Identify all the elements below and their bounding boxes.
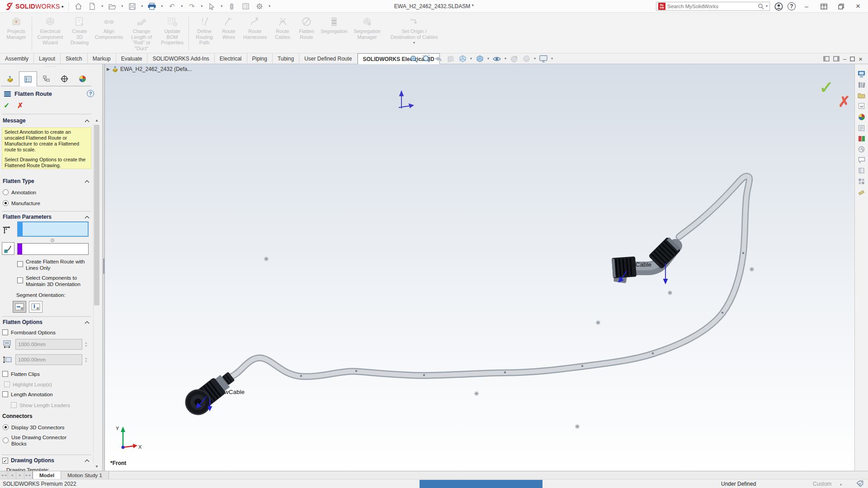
tab-scroll-last-icon[interactable]: ►► [24,471,33,479]
library-book-icon[interactable] [858,167,865,174]
redo-icon[interactable]: ↷ [187,2,197,11]
previous-view-icon[interactable] [434,54,443,63]
scrollbar-down-icon[interactable]: ▼ [93,463,100,470]
panel-resize-grip[interactable]: ····· [40,64,62,69]
display-3d-connectors-label[interactable]: Display 3D Connectors [11,424,65,431]
change-length-button[interactable]: Change Length of "Rail" or "Duct" [125,14,158,52]
new-document-caret-icon[interactable]: ▾ [101,5,103,8]
flatten-parameters-section-header[interactable]: Flatten Parameters [3,214,90,220]
print-icon[interactable] [147,2,157,11]
panel-help-icon[interactable]: ? [87,90,94,97]
drawing-options-label[interactable]: Drawing Options [11,457,54,464]
cable-label-upper[interactable]: EwCable [627,261,651,268]
message-section-header[interactable]: Message [3,117,90,124]
redo-caret-icon[interactable]: ▾ [201,5,203,8]
settings-caret-icon[interactable]: ▾ [269,5,270,8]
electrical-manager-icon[interactable] [858,136,865,142]
drawing-connector-blocks-label[interactable]: Use Drawing Connector Blocks [11,434,79,447]
status-units-caret-icon[interactable]: ▴ [840,483,842,486]
tab-scroll-next-icon[interactable]: ► [16,471,24,479]
select-caret-icon[interactable]: ▾ [221,5,222,8]
update-bom-properties-button[interactable]: Update BOM Properties [158,14,187,52]
flatten-clips-label[interactable]: Flatten Clips [11,371,40,377]
doc-restore-icon[interactable] [850,56,855,61]
print-caret-icon[interactable]: ▾ [161,5,163,8]
tab-markup[interactable]: Markup [88,53,116,64]
undo-caret-icon[interactable]: ▾ [181,5,183,8]
hide-show-items-icon[interactable] [492,54,501,63]
undo-icon[interactable]: ↶ [167,2,177,11]
custom-properties-icon[interactable] [858,125,865,131]
tab-scroll-prev-icon[interactable]: ◄ [8,471,16,479]
doc-minimize-icon[interactable]: – [843,56,846,62]
display-style-caret-icon[interactable]: ▾ [487,57,489,61]
scrollbar-up-icon[interactable]: ▲ [93,117,100,124]
model-tab[interactable]: Model [33,471,61,479]
search-caret-icon[interactable]: ▾ [766,5,768,8]
length-annotation-label[interactable]: Length Annotation [11,391,53,398]
annotation-radio-label[interactable]: Annotation [11,189,36,196]
status-tag-icon[interactable] [856,480,863,487]
tab-piping[interactable]: Piping [247,53,273,64]
tab-solidworks-add-ins[interactable]: SOLIDWORKS Add-Ins [147,53,214,64]
dock-pane-right-icon[interactable] [833,56,840,61]
flatten-type-section-header[interactable]: Flatten Type [3,178,90,184]
maintain-3d-checkbox-label[interactable]: Select Components to Maintain 3D Orienta… [26,275,90,287]
manufacture-radio-label[interactable]: Manufacture [11,200,40,206]
view-settings-caret-icon[interactable]: ▾ [551,57,553,61]
hide-show-caret-icon[interactable]: ▾ [505,57,506,61]
brand-expand-arrow-icon[interactable]: ▸ [62,4,64,9]
display-style-icon[interactable] [475,54,484,63]
formboard-height-field[interactable] [15,354,82,365]
design-library-icon[interactable] [858,81,865,88]
route-wires-button[interactable]: Route Wires [218,14,240,52]
process-manager-icon[interactable] [858,178,865,185]
search-input[interactable] [667,4,756,9]
apply-scene-caret-icon[interactable]: ▾ [534,57,536,61]
bend-radius-selection-field[interactable] [17,243,89,255]
measure-tools-icon[interactable] [858,189,865,196]
formboard-width-spinner[interactable]: ▲▼ [83,339,89,350]
mysolidworks-search[interactable]: MySW ▾ [656,2,770,11]
flatten-route-button[interactable]: Flatten Route [295,14,318,52]
define-routing-path-button[interactable]: Define Routing Path [191,14,218,52]
open-document-icon[interactable] [107,2,117,11]
cancel-button[interactable]: ✗ [17,101,23,110]
electrical-component-wizard-button[interactable]: Electrical Component Wizard [34,14,66,52]
formboard-options-label[interactable]: Formboard Options [11,329,56,336]
select-cursor-icon[interactable] [207,2,217,11]
confirm-ok-button[interactable]: ✓ [819,78,834,98]
graphics-viewport[interactable]: ▶ EWA_H2_2462_2432 (Defa... EwCable [105,64,854,471]
cable-route[interactable] [231,176,750,377]
forum-icon[interactable] [858,157,865,163]
drawing-options-checkbox[interactable]: ✓ [2,458,8,464]
formboard-height-spinner[interactable]: ▲▼ [83,354,89,365]
new-document-icon[interactable] [87,2,97,11]
formboard-width-field[interactable] [15,339,82,350]
lines-only-checkbox[interactable] [17,261,23,267]
apply-scene-icon[interactable] [522,54,531,63]
help-icon[interactable]: ? [788,2,796,10]
window-layout-icon[interactable] [817,1,830,12]
property-manager-tab[interactable] [19,71,37,86]
save-icon[interactable] [127,2,137,11]
electrical-symbols-icon[interactable] [858,146,865,153]
segregation-button[interactable]: Segregation [318,14,350,52]
window-minimize-icon[interactable]: – [800,1,813,12]
route-harnesses-button[interactable]: Route Harnesses [240,14,270,52]
solidworks-resources-icon[interactable] [858,70,865,77]
manufacture-radio[interactable] [3,200,9,206]
confirm-cancel-button[interactable]: ✗ [838,93,850,110]
tab-layout[interactable]: Layout [34,53,61,64]
drawing-connector-blocks-radio[interactable] [3,437,9,443]
align-components-button[interactable]: Align Components [93,14,125,52]
lines-only-checkbox-label[interactable]: Create Flatten Route with Lines Only [26,258,90,271]
section-view-icon[interactable] [446,54,455,63]
save-caret-icon[interactable]: ▾ [141,5,143,8]
settings-gear-icon[interactable] [255,2,264,11]
scrollbar-thumb[interactable] [94,125,99,305]
home-icon[interactable] [73,2,83,11]
zoom-to-area-icon[interactable] [421,54,430,63]
display-3d-connectors-radio[interactable] [3,424,9,430]
segment-orientation-vertical-button[interactable] [29,301,42,313]
